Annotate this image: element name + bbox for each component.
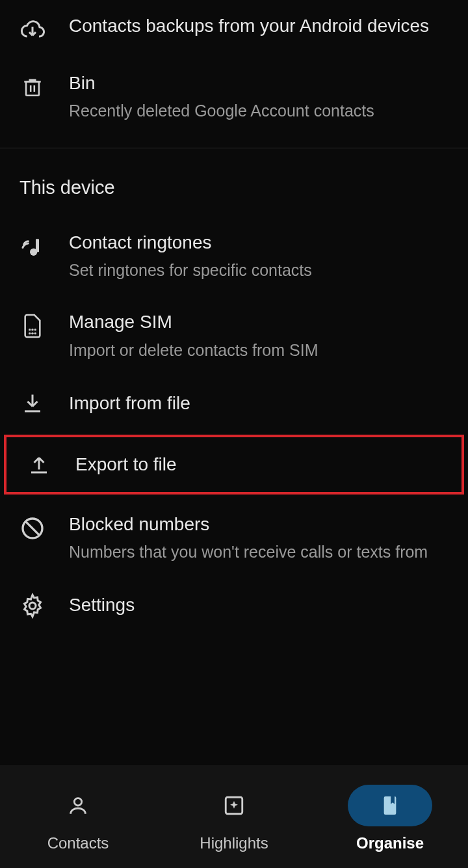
- item-subtitle: Set ringtones for specific contacts: [69, 258, 448, 282]
- nav-label: Contacts: [47, 834, 109, 852]
- svg-point-12: [74, 798, 81, 806]
- nav-label: Organise: [356, 834, 424, 852]
- svg-point-8: [34, 332, 36, 334]
- trash-icon: [20, 74, 46, 100]
- download-arrow-icon: [20, 390, 46, 416]
- section-header-device: This device: [0, 148, 468, 217]
- item-contact-ringtones[interactable]: Contact ringtones Set ringtones for spec…: [0, 217, 468, 297]
- music-note-icon: [20, 234, 46, 260]
- person-icon: [67, 794, 89, 817]
- gear-icon: [20, 593, 46, 619]
- item-title: Blocked numbers: [69, 513, 448, 536]
- item-blocked-numbers[interactable]: Blocked numbers Numbers that you won't r…: [0, 498, 468, 578]
- item-settings[interactable]: Settings: [0, 578, 468, 633]
- svg-line-10: [25, 521, 39, 535]
- nav-highlights[interactable]: Highlights: [156, 785, 312, 852]
- svg-rect-2: [36, 239, 39, 252]
- svg-point-11: [29, 603, 36, 609]
- svg-point-6: [29, 332, 31, 334]
- item-title: Settings: [69, 593, 448, 617]
- block-icon: [20, 515, 46, 541]
- sim-icon: [20, 313, 46, 339]
- nav-organise[interactable]: Organise: [312, 785, 468, 852]
- bookmark-icon: [381, 794, 399, 817]
- highlight-annotation: Export to file: [4, 435, 464, 495]
- svg-point-3: [29, 329, 31, 331]
- item-subtitle: Import or delete contacts from SIM: [69, 338, 448, 362]
- item-contacts-backups[interactable]: Contacts backups from your Android devic…: [0, 0, 468, 57]
- svg-rect-0: [26, 82, 39, 96]
- svg-point-5: [34, 329, 36, 331]
- item-export-to-file[interactable]: Export to file: [6, 437, 462, 492]
- cloud-download-icon: [20, 17, 46, 43]
- svg-point-7: [31, 332, 33, 334]
- item-title: Contact ringtones: [69, 231, 448, 254]
- item-manage-sim[interactable]: Manage SIM Import or delete contacts fro…: [0, 296, 468, 376]
- item-subtitle: Numbers that you won't receive calls or …: [69, 540, 448, 563]
- item-import-from-file[interactable]: Import from file: [0, 376, 468, 431]
- sparkle-box-icon: [223, 794, 245, 817]
- item-title: Bin: [69, 72, 448, 95]
- bottom-nav: Contacts Highlights Organise: [0, 765, 468, 868]
- item-bin[interactable]: Bin Recently deleted Google Account cont…: [0, 57, 468, 137]
- nav-label: Highlights: [200, 834, 268, 852]
- item-title: Import from file: [69, 392, 448, 415]
- item-title: Export to file: [75, 453, 442, 476]
- item-subtitle: Recently deleted Google Account contacts: [69, 99, 448, 122]
- item-title: Contacts backups from your Android devic…: [69, 14, 448, 38]
- nav-contacts[interactable]: Contacts: [0, 785, 156, 852]
- svg-point-4: [31, 329, 33, 331]
- item-title: Manage SIM: [69, 310, 448, 334]
- settings-scroll[interactable]: Contacts backups from your Android devic…: [0, 0, 468, 765]
- upload-arrow-icon: [26, 452, 52, 478]
